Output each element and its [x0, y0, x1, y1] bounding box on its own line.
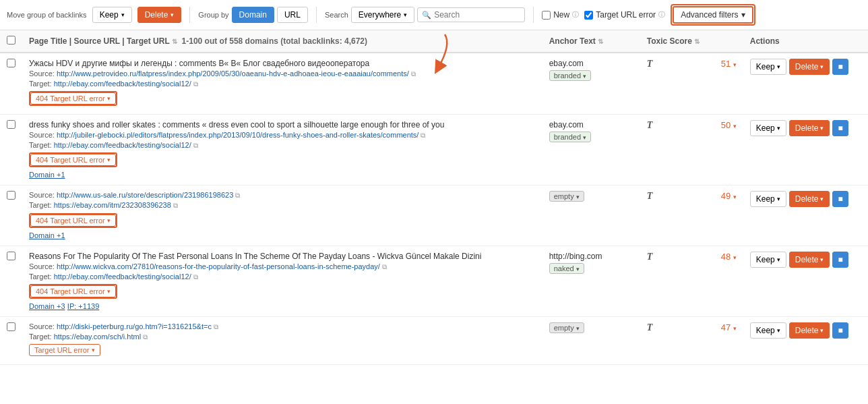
error-badge[interactable]: 404 Target URL error ▾: [30, 214, 116, 227]
source-external-icon: ⧉: [382, 263, 387, 270]
source-url-link[interactable]: http://jubiler-glebocki.pl/editors/flatp…: [57, 131, 418, 139]
text-icon: T: [647, 252, 653, 262]
source-url-link[interactable]: http://diski-peterburg.ru/go.htm?i=13162…: [57, 322, 212, 330]
advanced-filters-highlight-box: Advanced filters ▾: [671, 4, 755, 26]
advanced-filters-button[interactable]: Advanced filters ▾: [673, 6, 753, 24]
extra-links: Domain +3 IP: +1139: [29, 301, 536, 311]
source-external-icon: ⧉: [421, 132, 425, 139]
anchor-tag-badge[interactable]: empty ▾: [549, 322, 584, 333]
table-row: Ужасы HDV и другие мифы и легенды : comm…: [0, 53, 868, 115]
anchor-domain: http://bing.com: [549, 252, 633, 261]
search-input[interactable]: [434, 10, 520, 20]
delete-row-button[interactable]: Delete ▾: [789, 252, 830, 268]
row-checkbox[interactable]: [7, 59, 16, 67]
action-extra-button[interactable]: ■: [832, 322, 848, 339]
row-title: dress funky shoes and roller skates : co…: [29, 120, 536, 129]
action-buttons: Keep ▾ Delete ▾ ■: [750, 59, 861, 75]
group-by-section: Group by Domain URL: [198, 7, 308, 23]
new-filter-checkbox[interactable]: [542, 11, 551, 20]
divider-1: [189, 7, 190, 23]
domain-extra-link[interactable]: Domain +1: [29, 171, 65, 179]
toxic-sort-icon[interactable]: ⇅: [694, 38, 700, 45]
domain-extra-link[interactable]: Domain +1: [29, 231, 65, 239]
target-url-link[interactable]: http://ebay.com/feedback/testing/social1…: [54, 272, 191, 281]
action-extra-button[interactable]: ■: [832, 59, 848, 75]
keep-row-button[interactable]: Keep ▾: [750, 191, 786, 207]
text-icon: T: [647, 120, 653, 130]
action-buttons: Keep ▾ Delete ▾ ■: [750, 191, 861, 207]
group-by-label: Group by: [198, 11, 228, 19]
anchor-sort-icon[interactable]: ⇅: [598, 38, 603, 45]
target-external-icon: ⧉: [193, 142, 198, 149]
anchor-tag-badge[interactable]: branded ▾: [549, 70, 591, 81]
delete-row-button[interactable]: Delete ▾: [789, 322, 830, 339]
error-badge[interactable]: 404 Target URL error ▾: [30, 285, 116, 297]
error-badge[interactable]: 404 Target URL error ▾: [30, 154, 116, 166]
source-url-link[interactable]: http://www.petrovideo.ru/flatpress/index…: [57, 69, 409, 78]
action-extra-button[interactable]: ■: [832, 191, 848, 207]
delete-row-button[interactable]: Delete ▾: [789, 59, 830, 75]
delete-row-button[interactable]: Delete ▾: [789, 120, 830, 136]
text-icon: T: [647, 191, 653, 201]
select-all-checkbox[interactable]: [7, 36, 16, 45]
anchor-domain: ebay.com: [549, 120, 633, 129]
group-by-url-button[interactable]: URL: [277, 7, 308, 23]
toolbar: Move group of backlinks Keep ▾ Delete ▾ …: [0, 0, 868, 30]
table-row: Source: http://diski-peterburg.ru/go.htm…: [0, 316, 868, 364]
group-by-domain-button[interactable]: Domain: [232, 7, 274, 23]
anchor-tag-badge[interactable]: empty ▾: [549, 191, 584, 202]
target-url-error-checkbox[interactable]: [584, 11, 593, 20]
target-external-icon: ⧉: [143, 333, 148, 341]
main-table-container: Page Title | Source URL | Target URL ⇅ 1…: [0, 30, 868, 365]
row-checkbox[interactable]: [7, 322, 16, 331]
keep-row-button[interactable]: Keep ▾: [750, 322, 786, 339]
new-info-icon[interactable]: ⓘ: [572, 10, 579, 20]
delete-group: Delete ▾: [137, 7, 182, 23]
move-group-label: Move group of backlinks: [7, 11, 87, 19]
toxic-score-value: 51 ▾: [721, 59, 737, 69]
error-badge[interactable]: 404 Target URL error ▾: [30, 92, 116, 105]
target-url-link[interactable]: https://ebay.com/sch/i.html: [54, 333, 141, 341]
target-url-link[interactable]: http://ebay.com/feedback/testing/social1…: [54, 80, 191, 88]
action-extra-button[interactable]: ■: [832, 252, 848, 268]
keep-row-button[interactable]: Keep ▾: [750, 252, 786, 268]
anchor-tag-badge[interactable]: naked ▾: [549, 263, 584, 274]
row-checkbox[interactable]: [7, 120, 16, 129]
source-url-link[interactable]: http://www.us-sale.ru/store/description/…: [57, 191, 233, 199]
target-external-icon: ⧉: [193, 80, 198, 88]
action-extra-button[interactable]: ■: [832, 120, 848, 136]
toxic-score-value: 48 ▾: [721, 252, 737, 262]
target-url-error-filter-label[interactable]: Target URL error ⓘ: [584, 10, 665, 20]
row-source: Source: http://www.wickva.com/27810/reas…: [29, 262, 536, 271]
row-target: Target: http://ebay.com/feedback/testing…: [29, 272, 536, 281]
row-checkbox[interactable]: [7, 191, 16, 200]
row-checkbox[interactable]: [7, 252, 16, 260]
row-target: Target: https://ebay.com/itm/23230839623…: [29, 201, 536, 210]
action-buttons: Keep ▾ Delete ▾ ■: [750, 120, 861, 136]
target-url-link[interactable]: https://ebay.com/itm/232308396238: [54, 201, 171, 209]
toxic-score-value: 50 ▾: [721, 120, 737, 130]
target-url-error-info-icon[interactable]: ⓘ: [658, 10, 665, 20]
divider-3: [533, 7, 534, 23]
new-filter-label[interactable]: New ⓘ: [542, 10, 579, 20]
domain-extra-link[interactable]: Domain +3: [29, 302, 65, 310]
target-url-link[interactable]: http://ebay.com/feedback/testing/social1…: [54, 141, 191, 149]
delete-row-button[interactable]: Delete ▾: [789, 191, 830, 207]
keep-row-button[interactable]: Keep ▾: [750, 120, 786, 136]
row-source: Source: http://jubiler-glebocki.pl/edito…: [29, 131, 536, 140]
backlinks-table: Page Title | Source URL | Target URL ⇅ 1…: [0, 30, 868, 365]
error-badge[interactable]: Target URL error ▾: [29, 344, 100, 356]
toxic-score-value: 49 ▾: [721, 191, 737, 201]
search-location-dropdown[interactable]: Everywhere ▾: [351, 7, 414, 23]
keep-button[interactable]: Keep ▾: [92, 7, 132, 23]
target-external-icon: ⧉: [173, 202, 178, 210]
ip-extra-link[interactable]: IP: +1139: [67, 302, 99, 310]
delete-button[interactable]: Delete ▾: [137, 7, 182, 23]
row-target: Target: http://ebay.com/feedback/testing…: [29, 141, 536, 150]
page-title-sort-icon[interactable]: ⇅: [172, 38, 177, 45]
source-url-link[interactable]: http://www.wickva.com/27810/reasons-for-…: [57, 262, 380, 270]
advanced-filters-chevron-icon: ▾: [741, 10, 745, 20]
delete-chevron-icon: ▾: [170, 11, 174, 18]
anchor-tag-badge[interactable]: branded ▾: [549, 132, 591, 142]
keep-row-button[interactable]: Keep ▾: [750, 59, 786, 75]
